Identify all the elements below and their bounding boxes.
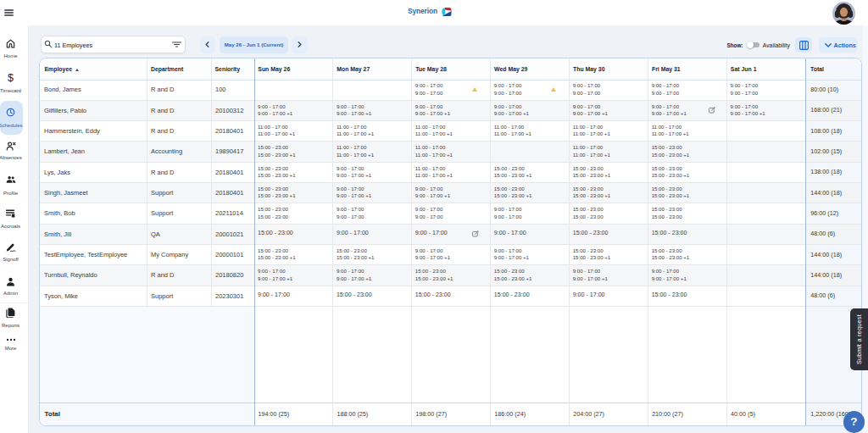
svg-text:$: $: [8, 72, 14, 82]
